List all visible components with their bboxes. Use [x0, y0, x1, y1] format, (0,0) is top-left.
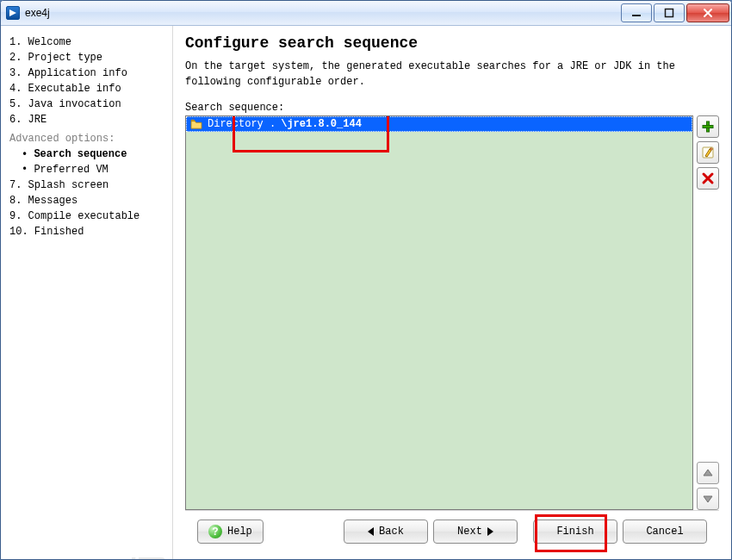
step-compile-executable[interactable]: 9. Compile executable: [9, 208, 164, 224]
window-controls: [619, 3, 729, 22]
main-panel: Configure search sequence On the target …: [173, 26, 731, 559]
title-left: exe4j: [6, 6, 50, 20]
folder-icon: [190, 119, 202, 129]
remove-button[interactable]: [697, 167, 719, 190]
step-java-invocation[interactable]: 5. Java invocation: [9, 96, 164, 112]
step-messages[interactable]: 8. Messages: [9, 193, 164, 208]
cancel-label: Cancel: [646, 526, 683, 538]
step-executable-info[interactable]: 4. Executable info: [9, 81, 164, 96]
triangle-right-icon: [487, 527, 493, 536]
substep-search-sequence[interactable]: Search sequence: [9, 146, 164, 162]
app-icon: [6, 6, 20, 20]
back-label: Back: [379, 526, 404, 538]
minimize-button[interactable]: [621, 3, 652, 22]
step-application-info[interactable]: 3. Application info: [9, 65, 164, 81]
app-window: exe4j 1. Welcome 2. Project type 3. Appl…: [0, 0, 732, 560]
list-item-prefix: Directory .: [208, 118, 276, 130]
next-label: Next: [457, 526, 482, 538]
edit-button[interactable]: [697, 141, 719, 164]
window-title: exe4j: [25, 7, 50, 19]
cancel-button[interactable]: Cancel: [623, 520, 707, 544]
substep-preferred-vm[interactable]: Preferred VM: [9, 162, 164, 177]
help-icon: ?: [208, 525, 222, 538]
wizard-button-bar: ? Help Back Next Finish: [185, 510, 719, 552]
step-project-type[interactable]: 2. Project type: [9, 50, 164, 65]
help-label: Help: [227, 526, 252, 538]
triangle-left-icon: [368, 527, 374, 536]
step-welcome[interactable]: 1. Welcome: [9, 34, 164, 50]
list-item[interactable]: Directory .\jre1.8.0_144: [186, 116, 692, 132]
move-up-button[interactable]: [697, 462, 719, 484]
help-button[interactable]: ? Help: [197, 520, 264, 544]
page-description: On the target system, the generated exec…: [185, 59, 719, 90]
search-sequence-list[interactable]: Directory .\jre1.8.0_144: [185, 115, 693, 510]
move-down-button[interactable]: [697, 488, 719, 510]
back-button[interactable]: Back: [344, 520, 428, 544]
finish-button[interactable]: Finish: [533, 520, 617, 544]
svg-rect-0: [632, 15, 641, 16]
svg-rect-1: [666, 9, 673, 17]
step-finished[interactable]: 10. Finished: [9, 224, 164, 240]
nav-button-group: Back Next Finish Cancel: [344, 520, 707, 544]
step-jre[interactable]: 6. JRE: [9, 112, 164, 128]
sequence-label: Search sequence:: [185, 102, 719, 114]
list-item-path: \jre1.8.0_144: [281, 118, 362, 130]
titlebar: exe4j: [1, 1, 731, 26]
wizard-sidebar: 1. Welcome 2. Project type 3. Applicatio…: [1, 26, 173, 559]
finish-label: Finish: [556, 526, 593, 538]
list-toolbar: [697, 115, 719, 510]
sequence-area: Directory .\jre1.8.0_144: [185, 115, 719, 510]
svg-rect-3: [703, 126, 713, 128]
next-button[interactable]: Next: [433, 520, 518, 544]
watermark: exe4j: [126, 554, 167, 560]
close-button[interactable]: [686, 3, 729, 22]
add-button[interactable]: [697, 115, 719, 138]
step-splash-screen[interactable]: 7. Splash screen: [9, 177, 164, 193]
page-heading: Configure search sequence: [185, 34, 719, 52]
advanced-options-label: Advanced options:: [9, 128, 164, 146]
content-body: 1. Welcome 2. Project type 3. Applicatio…: [1, 26, 731, 559]
maximize-button[interactable]: [654, 3, 685, 22]
